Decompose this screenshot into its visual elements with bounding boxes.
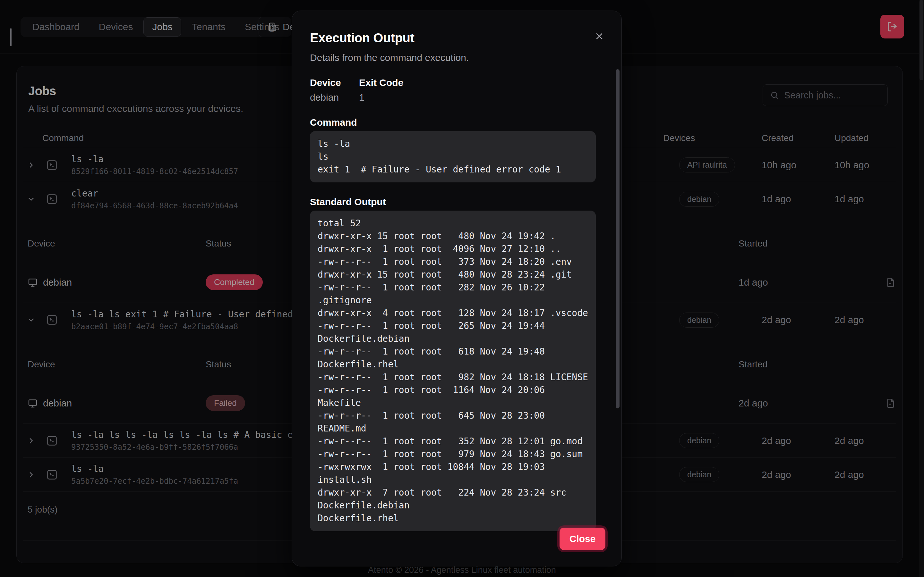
close-dialog-button[interactable]: [594, 31, 604, 41]
command-section-label: Command: [310, 117, 596, 128]
dialog-subtitle: Details from the command execution.: [310, 52, 596, 63]
execution-info: Device debian Exit Code 1: [310, 77, 596, 103]
execution-output-dialog: Execution Output Details from the comman…: [292, 11, 622, 566]
stdout-section-label: Standard Output: [310, 197, 596, 207]
dialog-scrollbar-thumb[interactable]: [615, 69, 620, 408]
stdout-code-block: total 52 drwxr-xr-x 15 root root 480 Nov…: [310, 211, 596, 531]
command-code: ls -la ls exit 1 # Failure - User define…: [318, 137, 588, 176]
close-icon: [594, 31, 604, 41]
close-button[interactable]: Close: [559, 528, 606, 550]
command-code-block: ls -la ls exit 1 # Failure - User define…: [310, 131, 596, 182]
device-label: Device: [310, 77, 359, 88]
exit-code-value: 1: [359, 92, 596, 103]
exit-code-label: Exit Code: [359, 77, 596, 88]
stdout-code: total 52 drwxr-xr-x 15 root root 480 Nov…: [318, 217, 588, 525]
dialog-title: Execution Output: [310, 31, 596, 45]
device-value: debian: [310, 92, 359, 103]
